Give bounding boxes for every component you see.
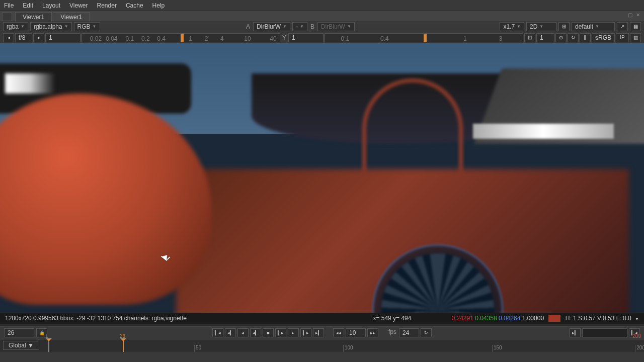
playhead[interactable]: 26	[123, 339, 124, 352]
timeline-scope-dropdown[interactable]: Global ▼	[3, 341, 39, 350]
ip-button[interactable]: IP	[616, 33, 629, 42]
first-frame-button[interactable]: ▎◂	[212, 328, 223, 337]
last-frame-button[interactable]: ▸▎	[313, 328, 324, 337]
fps-input[interactable]: 24	[399, 328, 419, 337]
input-b-label: B	[309, 23, 315, 30]
lut-dropdown[interactable]: default▼	[572, 22, 615, 31]
menu-render[interactable]: Render	[97, 2, 117, 9]
clip-icon[interactable]: ⊡	[524, 33, 535, 42]
skip-fwd-button[interactable]: ▸▸	[367, 328, 378, 337]
stop-button[interactable]: ■	[263, 328, 274, 337]
gain-slider[interactable]: 0.020.04 0.10.2 0.41 24 1040	[82, 33, 280, 42]
roi-icon[interactable]: ⊙	[555, 33, 567, 42]
tick-100: 100	[343, 345, 353, 352]
tab-float-icon[interactable]: ▢	[628, 12, 634, 18]
skip-back-button[interactable]: ◂◂	[333, 328, 344, 337]
range-display[interactable]	[582, 328, 627, 337]
gamma-slider[interactable]: 0.10.4 11 3	[325, 33, 523, 42]
menu-help[interactable]: Help	[152, 2, 165, 9]
menu-viewer[interactable]: Viewer	[69, 2, 88, 9]
image-info: 644x362 0.999563 bbox: -29 -32 1310 754…	[5, 315, 187, 322]
display-dropdown[interactable]: RGB▼	[74, 22, 100, 31]
gamma-label: Y	[281, 34, 287, 41]
gpu-icon[interactable]: ⊞	[558, 22, 570, 31]
channel-dropdown[interactable]: rgba.alpha▼	[30, 22, 72, 31]
step-back-button[interactable]: ◂▎	[250, 328, 261, 337]
color-swatch	[548, 315, 560, 322]
overlay-icon[interactable]: ▦	[630, 22, 641, 31]
current-frame-input[interactable]: 26	[4, 328, 34, 337]
play-fwd-button[interactable]: ▸	[288, 328, 299, 337]
pause-icon[interactable]: ‖	[580, 33, 591, 42]
menu-edit[interactable]: Edit	[23, 2, 33, 9]
viewport[interactable]: 644x362 0.999563 bbox: -29 -32 1310 754…	[0, 43, 644, 324]
pixel-r: 0.24291	[451, 315, 473, 322]
next-frame-icon[interactable]: ▸	[33, 33, 44, 42]
viewer-status-bar: 644x362 0.999563 bbox: -29 -32 1310 754…	[0, 313, 644, 324]
prev-frame-icon[interactable]: ◂	[3, 33, 14, 42]
loop-button[interactable]: ↻	[421, 328, 432, 337]
input-a-dropdown[interactable]: DirBlurW▼	[253, 22, 290, 31]
viewmode-dropdown[interactable]: 2D▼	[526, 22, 556, 31]
pixel-coords: x= 549 y= 494	[373, 315, 411, 322]
tab-viewer1-b[interactable]: Viewer1	[53, 12, 90, 21]
wipe-dropdown[interactable]: -▼	[292, 22, 307, 31]
render-icon[interactable]: ↗	[617, 22, 628, 31]
fps-label: fps	[387, 328, 397, 337]
in-point-button[interactable]: ▸▎	[570, 328, 581, 337]
next-key-button[interactable]: ▎▸	[300, 328, 311, 337]
play-back-button[interactable]: ◂	[237, 328, 249, 337]
menu-file[interactable]: File	[4, 2, 14, 9]
menubar: File Edit Layout Viewer Render Cache Hel…	[0, 0, 644, 11]
playback-bar: 26 🔒 ▎◂ ◂▎ ◂ ◂▎ ■ ▎▸ ▸ ▎▸ ▸▎ ◂◂ 10 ▸▸ fp…	[0, 327, 644, 339]
top-toolbar: rgba▼ rgba.alpha▼ RGB▼ A DirBlurW▼ -▼ B …	[0, 21, 644, 32]
pixel-a: 1.00000	[522, 315, 544, 322]
input-b-dropdown[interactable]: DirBlurW▼	[317, 22, 355, 31]
timeline[interactable]: Global ▼ 26 1 50 100 150 200 200	[0, 339, 644, 352]
colorspace-dropdown[interactable]: sRGB	[592, 33, 615, 42]
zoom-dropdown[interactable]: x1.7▼	[500, 22, 524, 31]
end-frame: 200	[632, 333, 641, 339]
tab-viewer1-a[interactable]: Viewer1	[15, 12, 52, 21]
tab-close-icon[interactable]: ✕	[636, 12, 642, 18]
pixel-g: 0.04358	[475, 315, 497, 322]
tick-200: 200	[635, 345, 644, 352]
tab-menu-button[interactable]	[2, 12, 12, 21]
menu-cache[interactable]: Cache	[126, 2, 143, 9]
pixel-b: 0.04264	[499, 315, 520, 322]
fstop-field[interactable]: f/8	[15, 33, 32, 42]
tabs-bar: Viewer1 Viewer1 ▢ ✕	[0, 11, 644, 21]
step-fwd-button[interactable]: ▎▸	[275, 328, 286, 337]
prev-key-button[interactable]: ◂▎	[225, 328, 236, 337]
layer-dropdown[interactable]: rgba▼	[3, 22, 28, 31]
menu-layout[interactable]: Layout	[42, 2, 60, 9]
gamma-input[interactable]: 1	[288, 33, 324, 42]
downrez-input[interactable]: 1	[536, 33, 554, 42]
skip-input[interactable]: 10	[346, 328, 366, 337]
stripes-icon[interactable]: ▨	[630, 33, 641, 42]
second-toolbar: ◂ f/8 ▸ 1 0.020.04 0.10.2 0.41 24 1040 Y…	[0, 32, 644, 43]
tick-50: 50	[194, 345, 201, 352]
refresh-icon[interactable]: ↻	[568, 33, 579, 42]
input-a-label: A	[245, 23, 251, 30]
gain-input[interactable]: 1	[45, 33, 80, 42]
tick-150: 150	[492, 345, 502, 352]
pixel-hsv: H: 1 S:0.57 V:0.53 L: 0.0	[566, 315, 631, 322]
